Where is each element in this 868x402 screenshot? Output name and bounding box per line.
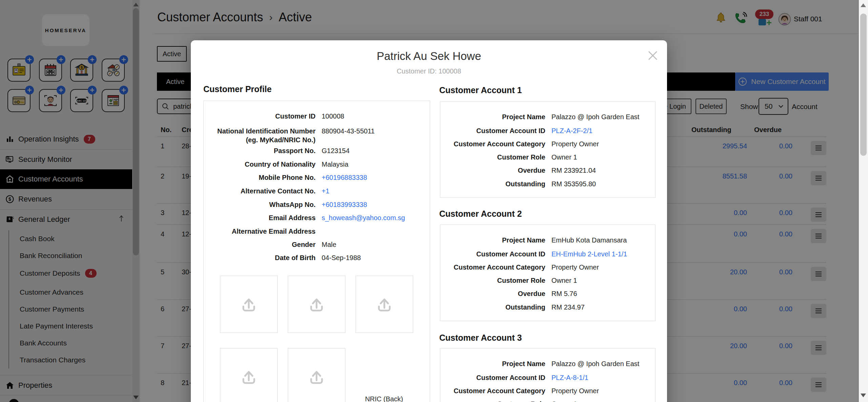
field-row: Project NamePalazzo @ Ipoh Garden East [440, 359, 653, 368]
field-row: National Identification Number (eg. MyKa… [204, 127, 427, 144]
field-row: Customer Account IDEH-EmHub 2-Level 1-1/… [440, 250, 653, 258]
email-link[interactable]: s_howeash@yahoo.com.sg [322, 213, 405, 222]
account-id-link[interactable]: PLZ-A-8-1/1 [551, 373, 588, 382]
profile-panel: Customer ID100008 National Identificatio… [203, 101, 430, 402]
upload-extra-2[interactable] [288, 348, 345, 402]
upload-icon [306, 294, 327, 315]
field-row: Alternative Contact No.+1 [204, 187, 427, 195]
field-row: Customer RoleOwner 1 [440, 400, 653, 402]
field-row: OverdueRM 233921.04 [440, 166, 653, 175]
field-row: Alternative Email Address [204, 227, 427, 236]
customer-detail-modal: Patrick Au Sek Howe Customer ID: 100008 … [191, 40, 667, 402]
account-id-link[interactable]: PLZ-A-2F-2/1 [551, 126, 592, 135]
upload-label: NRIC (Back) [356, 395, 412, 402]
account-id-link[interactable]: EH-EmHub 2-Level 1-1/1 [551, 250, 627, 258]
field-row: Project NameEmHub Kota Damansara [440, 236, 653, 245]
modal-subtitle: Customer ID: 100008 [191, 67, 667, 75]
scroll-down-icon[interactable] [861, 394, 866, 397]
upload-icon [306, 367, 327, 387]
field-row: OutstandingRM 353595.80 [440, 179, 653, 188]
profile-section-heading: Customer Profile [203, 84, 271, 94]
field-row: OutstandingRM 234.97 [440, 303, 653, 312]
field-row: WhatsApp No.+60183993338 [204, 200, 427, 209]
account-1-panel: Project NamePalazzo @ Ipoh Garden East C… [440, 101, 655, 198]
phone-link[interactable]: +1 [322, 187, 329, 195]
account-3-panel: Project NamePalazzo @ Ipoh Garden East C… [440, 348, 655, 402]
field-row: GenderMale [204, 240, 427, 249]
upload-profile-picture[interactable] [220, 276, 278, 333]
account-2-heading: Customer Account 2 [439, 209, 522, 219]
upload-nric-back[interactable] [356, 276, 413, 333]
scroll-up-icon[interactable] [861, 3, 866, 7]
field-row: Project NamePalazzo @ Ipoh Garden East [440, 112, 653, 121]
field-row: Customer RoleOwner 1 [440, 153, 653, 162]
page-scrollbar-thumb[interactable] [860, 14, 867, 156]
upload-icon [239, 294, 259, 315]
field-row: OverdueRM 5.76 [440, 289, 653, 298]
account-3-heading: Customer Account 3 [439, 333, 522, 343]
field-row: Mobile Phone No.+60196883338 [204, 173, 427, 182]
app-window: HOMESERVA $ ABC 123 [0, 0, 868, 402]
field-row: Customer Account CategoryProperty Owner [440, 386, 653, 395]
upload-icon [374, 294, 395, 315]
field-row: Email Addresss_howeash@yahoo.com.sg [204, 213, 427, 222]
field-row: Date of Birth04-Sep-1988 [204, 253, 427, 262]
field-row: Customer Account IDPLZ-A-2F-2/1 [440, 126, 653, 135]
field-row: Customer Account CategoryProperty Owner [440, 263, 653, 272]
close-icon[interactable] [646, 49, 660, 62]
upload-icon [239, 367, 259, 387]
field-row: Country of NationalityMalaysia [204, 160, 427, 169]
whatsapp-link[interactable]: +60183993338 [322, 200, 367, 209]
field-row: Passport No.G123154 [204, 146, 427, 155]
field-row: Customer ID100008 [204, 112, 427, 121]
account-1-heading: Customer Account 1 [439, 85, 522, 95]
account-2-panel: Project NameEmHub Kota Damansara Custome… [440, 225, 655, 321]
field-row: Customer Account IDPLZ-A-8-1/1 [440, 373, 653, 382]
phone-link[interactable]: +60196883338 [322, 173, 367, 182]
modal-title: Patrick Au Sek Howe [191, 50, 667, 63]
field-row: Customer RoleOwner 1 [440, 276, 653, 285]
page-scrollbar[interactable] [859, 0, 868, 402]
upload-nric-front[interactable] [288, 276, 345, 333]
upload-extra-1[interactable] [220, 348, 278, 402]
field-row: Customer Account CategoryProperty Owner [440, 140, 653, 148]
